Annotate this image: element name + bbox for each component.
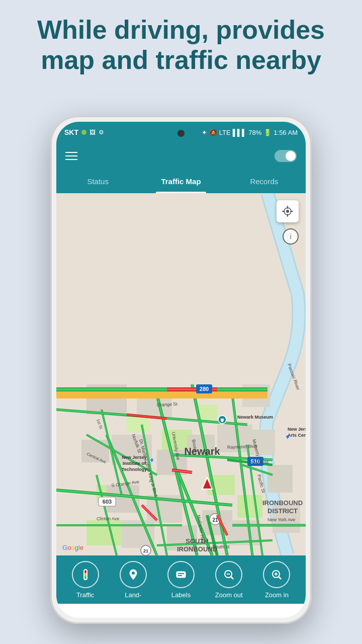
- svg-text:Newark: Newark: [184, 446, 220, 457]
- svg-rect-7: [237, 495, 262, 518]
- status-right: ✦ 🔕 LTE ▌▌▌ 78% 🔋 1:56 AM: [202, 129, 298, 136]
- svg-text:DISTRICT: DISTRICT: [267, 507, 298, 515]
- toggle-knob: [286, 151, 296, 161]
- svg-text:Raymond Blvd: Raymond Blvd: [227, 444, 257, 450]
- svg-text:280: 280: [200, 386, 209, 392]
- svg-text:New Jersey: New Jersey: [122, 455, 147, 460]
- tab-status[interactable]: Status: [56, 169, 139, 193]
- info-button[interactable]: i: [283, 228, 299, 245]
- svg-rect-123: [178, 575, 182, 576]
- page-header: While driving, provides map and traffic …: [0, 15, 362, 75]
- phone-frame: SKT 🖼 ⚙ ✦ 🔕 LTE ▌▌▌ 78% 🔋 1:56 AM: [50, 116, 312, 624]
- svg-text:South St: South St: [212, 544, 230, 549]
- nav-labels[interactable]: Labels: [157, 561, 205, 599]
- status-left: SKT 🖼 ⚙: [64, 128, 104, 136]
- svg-point-114: [286, 210, 289, 213]
- svg-point-120: [132, 572, 135, 575]
- mute-icon: 🔕: [209, 129, 217, 136]
- header-text: While driving, provides map and traffic …: [20, 15, 342, 75]
- svg-text:New Jersey Perf: New Jersey Perf: [288, 427, 306, 432]
- signal-icon: ▌▌▌: [233, 129, 247, 136]
- zoom-out-icon-circle: [215, 561, 242, 588]
- battery-icon: 🔋: [263, 129, 272, 136]
- map-area[interactable]: 280 510 603 21 21: [56, 193, 306, 555]
- nav-landmark-label: Land-: [125, 591, 141, 599]
- svg-text:IRONBOUND: IRONBOUND: [262, 499, 303, 507]
- image-icon: 🖼: [89, 129, 96, 136]
- svg-rect-122: [178, 573, 184, 574]
- tab-bar: Status Traffic Map Records: [56, 169, 306, 193]
- carrier: SKT: [64, 128, 78, 136]
- menu-button[interactable]: [65, 152, 77, 160]
- nav-landmark[interactable]: Land-: [109, 561, 157, 599]
- google-logo: Google: [62, 544, 83, 551]
- landmark-icon-circle: [120, 561, 147, 588]
- svg-text:Clinton Ave: Clinton Ave: [97, 516, 119, 521]
- tab-records[interactable]: Records: [223, 169, 306, 193]
- svg-rect-121: [176, 572, 186, 578]
- tab-traffic-map[interactable]: Traffic Map: [139, 169, 222, 193]
- nav-traffic-label: Traffic: [76, 591, 94, 599]
- svg-text:Technology: Technology: [122, 467, 147, 472]
- settings-icon: ⚙: [99, 129, 104, 136]
- svg-text:21: 21: [143, 548, 148, 553]
- zoom-in-icon-circle: [263, 561, 290, 588]
- nav-zoom-in[interactable]: Zoom in: [253, 561, 301, 599]
- nav-zoom-in-label: Zoom in: [265, 591, 289, 599]
- svg-line-130: [279, 577, 281, 579]
- gps-dot: [81, 130, 86, 135]
- location-button[interactable]: [277, 200, 299, 222]
- time: 1:56 AM: [274, 129, 298, 136]
- app-bar: [56, 143, 306, 169]
- svg-text:New York Ave: New York Ave: [267, 517, 295, 522]
- toggle-switch[interactable]: [275, 150, 297, 162]
- bottom-nav: Traffic Land-: [56, 555, 306, 604]
- traffic-icon-circle: [72, 561, 99, 588]
- nav-zoom-out[interactable]: Zoom out: [205, 561, 253, 599]
- svg-rect-16: [247, 430, 275, 455]
- nav-labels-label: Labels: [171, 591, 191, 599]
- map-svg: 280 510 603 21 21: [56, 193, 306, 555]
- svg-text:Newark Museum: Newark Museum: [237, 415, 273, 420]
- labels-icon-circle: [167, 561, 195, 588]
- svg-line-126: [231, 577, 233, 579]
- bluetooth-icon: ✦: [202, 129, 207, 136]
- svg-text:603: 603: [103, 499, 112, 505]
- svg-rect-6: [86, 520, 122, 545]
- svg-text:IRONBOUND: IRONBOUND: [177, 545, 217, 553]
- svg-rect-23: [267, 465, 293, 493]
- phone-inner: SKT 🖼 ⚙ ✦ 🔕 LTE ▌▌▌ 78% 🔋 1:56 AM: [56, 122, 306, 618]
- nav-traffic[interactable]: Traffic: [61, 561, 109, 599]
- nav-zoom-out-label: Zoom out: [215, 591, 243, 599]
- camera: [177, 130, 185, 137]
- lte-label: LTE: [219, 129, 231, 136]
- battery-level: 78%: [248, 129, 261, 136]
- svg-text:Arts Center: Arts Center: [288, 433, 306, 438]
- svg-text:Institute of: Institute of: [123, 461, 146, 466]
